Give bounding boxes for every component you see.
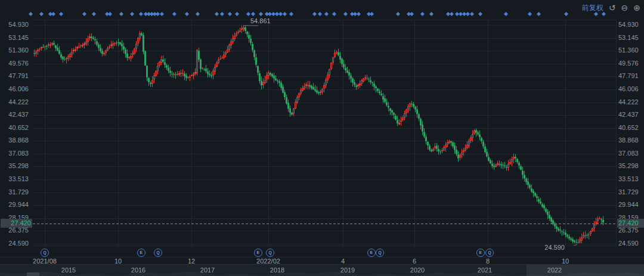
- news-marker-icon[interactable]: [228, 12, 232, 16]
- price-axis-label: 31.729: [1, 188, 29, 196]
- earnings-event-icon[interactable]: E: [476, 249, 485, 257]
- news-marker-icon[interactable]: [92, 12, 96, 16]
- quarterly-report-event-icon[interactable]: Q: [41, 249, 49, 257]
- navigator-year-label[interactable]: 2018: [270, 266, 284, 274]
- price-axis-label: 24.590: [1, 240, 29, 247]
- price-axis-label: 53.145: [618, 34, 639, 42]
- navigator-year-label[interactable]: 2021: [478, 266, 492, 274]
- price-axis-label: 38.868: [618, 137, 639, 144]
- navigator-year-label[interactable]: 2017: [200, 266, 215, 274]
- news-marker-icon[interactable]: [215, 12, 219, 16]
- news-marker-icon[interactable]: [220, 12, 224, 16]
- news-marker-icon[interactable]: [108, 12, 112, 16]
- price-axis-label: 40.652: [618, 124, 639, 132]
- news-marker-icon[interactable]: [478, 12, 482, 16]
- price-axis-label: 29.944: [1, 201, 29, 209]
- price-axis-label: 51.360: [1, 46, 29, 54]
- price-axis-label: 42.437: [1, 111, 29, 119]
- undo-icon[interactable]: ↺: [609, 4, 616, 12]
- news-marker-icon[interactable]: [196, 12, 200, 16]
- news-marker-icon[interactable]: [470, 12, 474, 16]
- price-axis-label: 44.222: [1, 98, 29, 106]
- price-axis-label: 37.083: [618, 150, 639, 157]
- axis-separator: [0, 257, 644, 258]
- quarterly-report-event-icon[interactable]: Q: [266, 249, 274, 257]
- news-marker-icon[interactable]: [130, 12, 134, 16]
- price-axis-label: 53.145: [1, 34, 29, 42]
- quarterly-report-event-icon[interactable]: Q: [485, 249, 494, 257]
- price-axis-label: 54.930: [1, 21, 29, 29]
- candlestick-canvas[interactable]: [33, 20, 616, 246]
- navigator-year-label[interactable]: 2015: [61, 266, 76, 274]
- news-marker-icon[interactable]: [172, 12, 177, 16]
- timeline-navigator[interactable]: 20152016201720182019202020212022: [0, 264, 644, 276]
- price-axis-label: 47.791: [618, 72, 639, 80]
- price-axis-label: 54.930: [618, 21, 639, 29]
- price-axis-label: 49.576: [618, 60, 639, 67]
- news-marker-icon[interactable]: [160, 12, 164, 16]
- period-low-label: 24.590: [536, 244, 565, 251]
- price-axis-label: 44.222: [618, 98, 639, 106]
- news-marker-icon[interactable]: [235, 12, 239, 16]
- price-adjustment-toggle[interactable]: 前复权: [582, 3, 603, 13]
- price-axis-label: 47.791: [1, 72, 29, 80]
- price-axis-label: 33.513: [618, 175, 639, 183]
- earnings-event-icon[interactable]: E: [367, 249, 376, 257]
- news-marker-icon[interactable]: [429, 12, 434, 16]
- zoom-in-icon[interactable]: ⊕: [633, 4, 640, 12]
- navigator-scroll-handle[interactable]: [27, 272, 39, 276]
- news-marker-icon[interactable]: [357, 12, 361, 16]
- price-axis-label: 37.083: [1, 150, 29, 157]
- news-marker-icon[interactable]: [343, 12, 348, 16]
- news-marker-icon[interactable]: [289, 12, 293, 16]
- news-marker-icon[interactable]: [396, 12, 400, 16]
- news-marker-icon[interactable]: [29, 12, 33, 16]
- current-price-label-left: 27.420: [1, 219, 32, 228]
- price-axis-label: 38.868: [1, 137, 29, 144]
- earnings-event-icon[interactable]: E: [137, 249, 145, 257]
- news-marker-icon[interactable]: [185, 12, 189, 16]
- price-axis-label: 24.590: [618, 240, 639, 247]
- stock-chart-window: 前复权 ↺ ⊖ ⊕ 54.93053.14551.36049.57647.791…: [0, 0, 644, 276]
- price-axis-label: 46.006: [1, 85, 29, 93]
- price-axis-label: 49.576: [1, 60, 29, 67]
- news-marker-icon[interactable]: [39, 12, 44, 16]
- news-marker-icon[interactable]: [139, 12, 143, 16]
- navigator-year-label[interactable]: 2020: [410, 266, 425, 274]
- price-axis-label: 42.437: [618, 111, 639, 119]
- quarterly-report-event-icon[interactable]: Q: [376, 249, 384, 257]
- news-marker-icon[interactable]: [318, 12, 322, 16]
- price-axis-label: 29.944: [618, 201, 639, 209]
- news-marker-icon[interactable]: [332, 12, 336, 16]
- news-marker-icon[interactable]: [312, 12, 317, 16]
- news-marker-icon[interactable]: [119, 12, 123, 16]
- zoom-out-icon[interactable]: ⊖: [621, 4, 628, 12]
- news-marker-icon[interactable]: [259, 12, 263, 16]
- news-marker-icon[interactable]: [246, 12, 250, 16]
- news-marker-icon[interactable]: [564, 12, 568, 16]
- navigator-year-label[interactable]: 2022: [547, 266, 562, 274]
- news-marker-icon[interactable]: [420, 12, 425, 16]
- navigator-year-label[interactable]: 2016: [131, 266, 145, 274]
- price-axis-label: 51.360: [618, 46, 639, 54]
- news-marker-icon[interactable]: [537, 12, 541, 16]
- current-price-label-right: 27.420: [617, 219, 644, 228]
- news-marker-icon[interactable]: [51, 12, 55, 16]
- news-marker-icon[interactable]: [82, 12, 86, 16]
- news-marker-icon[interactable]: [59, 12, 63, 16]
- news-marker-icon[interactable]: [324, 12, 329, 16]
- news-marker-icon[interactable]: [528, 12, 532, 16]
- news-marker-icon[interactable]: [370, 12, 374, 16]
- chart-toolbar: 前复权 ↺ ⊖ ⊕: [582, 2, 640, 13]
- news-marker-icon[interactable]: [450, 12, 454, 16]
- news-marker-icon[interactable]: [283, 12, 287, 16]
- navigator-year-label[interactable]: 2019: [340, 266, 355, 274]
- quarterly-report-event-icon[interactable]: Q: [154, 249, 162, 257]
- news-marker-icon[interactable]: [251, 12, 255, 16]
- news-marker-icon[interactable]: [410, 12, 414, 16]
- navigator-selection[interactable]: [527, 265, 644, 276]
- news-marker-icon[interactable]: [504, 12, 508, 16]
- earnings-event-icon[interactable]: E: [254, 249, 262, 257]
- price-axis-label: 26.375: [618, 227, 639, 234]
- candlestick-plot-area[interactable]: [33, 20, 617, 246]
